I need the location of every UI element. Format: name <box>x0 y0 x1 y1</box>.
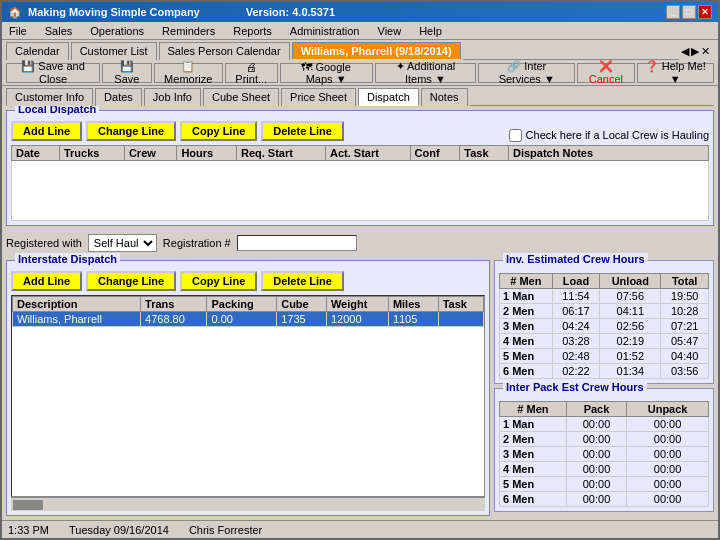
cell-total: 03:56 <box>661 364 709 379</box>
subtab-price-sheet[interactable]: Price Sheet <box>281 88 356 106</box>
menu-bar: File Sales Operations Reminders Reports … <box>2 22 718 40</box>
cell-men: 3 Men <box>500 319 553 334</box>
tab-williams-pharrell[interactable]: Williams, Pharrell (9/18/2014) <box>292 42 461 60</box>
nav-left-icon[interactable]: ◀ <box>681 45 689 58</box>
table-row: 1 Man 00:00 00:00 <box>500 417 709 432</box>
window-title: Making Moving Simple Company <box>28 6 200 18</box>
table-row[interactable]: Williams, Pharrell 4768.80 0.00 1735 120… <box>13 312 484 327</box>
google-maps-button[interactable]: 🗺 Google Maps ▼ <box>280 63 373 83</box>
toolbar: 💾 Save and Close 💾 Save 📋 Memorize 🖨 Pri… <box>2 60 718 86</box>
horizontal-scrollbar[interactable] <box>11 497 485 511</box>
menu-help[interactable]: Help <box>416 24 445 38</box>
bottom-section: Interstate Dispatch Add Line Change Line… <box>6 260 714 516</box>
registered-with-select[interactable]: Self Haul DOT Other <box>88 234 157 252</box>
local-crew-checkbox[interactable] <box>509 129 522 142</box>
registration-number-input[interactable] <box>237 235 357 251</box>
inv-crew-hours-table: # Men Load Unload Total 1 Man 11:54 07:5… <box>499 273 709 379</box>
local-crew-label: Check here if a Local Crew is Hauling <box>526 129 709 141</box>
minimize-button[interactable]: _ <box>666 5 680 19</box>
interstate-change-line-button[interactable]: Change Line <box>86 271 176 291</box>
interstate-col-cube: Cube <box>277 297 327 312</box>
tab-sales-person-calendar[interactable]: Sales Person Calendar <box>159 42 290 60</box>
local-dispatch-group: Local Dispatch Add Line Change Line Copy… <box>6 110 714 226</box>
status-user: Chris Forrester <box>189 524 262 536</box>
tab-calendar[interactable]: Calendar <box>6 42 69 60</box>
inv-crew-hours-title: Inv. Estimated Crew Hours <box>503 253 648 265</box>
additional-items-button[interactable]: ✦ Additional Items ▼ <box>375 63 477 83</box>
status-time: 1:33 PM <box>8 524 49 536</box>
local-dispatch-buttons: Add Line Change Line Copy Line Delete Li… <box>11 121 344 141</box>
cell-pack: 00:00 <box>566 477 626 492</box>
table-row: 3 Men 04:24 02:56 07:21 <box>500 319 709 334</box>
local-copy-line-button[interactable]: Copy Line <box>180 121 257 141</box>
inv-col-unload: Unload <box>600 274 661 289</box>
interstate-col-miles: Miles <box>388 297 438 312</box>
save-button[interactable]: 💾 Save <box>102 63 152 83</box>
inv-col-men: # Men <box>500 274 553 289</box>
main-content: Local Dispatch Add Line Change Line Copy… <box>2 106 718 520</box>
menu-administration[interactable]: Administration <box>287 24 363 38</box>
registered-with-label: Registered with <box>6 237 82 249</box>
close-button[interactable]: ✕ <box>698 5 712 19</box>
inter-pack-hours-title: Inter Pack Est Crew Hours <box>503 381 647 393</box>
nav-right-icon[interactable]: ▶ <box>691 45 699 58</box>
table-row: 5 Men 02:48 01:52 04:40 <box>500 349 709 364</box>
inv-col-total: Total <box>661 274 709 289</box>
local-change-line-button[interactable]: Change Line <box>86 121 176 141</box>
menu-reminders[interactable]: Reminders <box>159 24 218 38</box>
menu-view[interactable]: View <box>375 24 405 38</box>
interstate-table-wrap[interactable]: Description Trans Packing Cube Weight Mi… <box>11 295 485 497</box>
inter-services-button[interactable]: 🔗 Inter Services ▼ <box>478 63 575 83</box>
menu-reports[interactable]: Reports <box>230 24 275 38</box>
print-button[interactable]: 🖨 Print... <box>225 63 278 83</box>
table-row: 6 Men 02:22 01:34 03:56 <box>500 364 709 379</box>
tab-customer-list[interactable]: Customer List <box>71 42 157 60</box>
cell-load: 02:22 <box>552 364 600 379</box>
subtab-dispatch[interactable]: Dispatch <box>358 88 419 106</box>
col-crew: Crew <box>124 146 176 161</box>
subtab-notes[interactable]: Notes <box>421 88 468 106</box>
save-close-button[interactable]: 💾 Save and Close <box>6 63 100 83</box>
cell-total: 04:40 <box>661 349 709 364</box>
cell-unpack: 00:00 <box>627 462 709 477</box>
subtab-dates[interactable]: Dates <box>95 88 142 106</box>
pack-col-unpack: Unpack <box>627 402 709 417</box>
help-button[interactable]: ❓ Help Me! ▼ <box>637 63 714 83</box>
close-tab-icon[interactable]: ✕ <box>701 45 710 58</box>
local-add-line-button[interactable]: Add Line <box>11 121 82 141</box>
local-crew-checkbox-row: Check here if a Local Crew is Hauling <box>509 129 709 142</box>
cell-pack: 00:00 <box>566 432 626 447</box>
subtab-job-info[interactable]: Job Info <box>144 88 201 106</box>
cell-men: 2 Men <box>500 304 553 319</box>
cell-weight: 12000 <box>326 312 388 327</box>
title-bar: 🏠 Making Moving Simple Company Version: … <box>2 2 718 22</box>
cell-load: 02:48 <box>552 349 600 364</box>
interstate-copy-line-button[interactable]: Copy Line <box>180 271 257 291</box>
subtab-cube-sheet[interactable]: Cube Sheet <box>203 88 279 106</box>
maximize-button[interactable]: □ <box>682 5 696 19</box>
menu-operations[interactable]: Operations <box>87 24 147 38</box>
cell-men: 5 Men <box>500 349 553 364</box>
cancel-button[interactable]: ❌ Cancel <box>577 63 634 83</box>
col-trucks: Trucks <box>59 146 124 161</box>
registration-row: Registered with Self Haul DOT Other Regi… <box>6 234 714 252</box>
inter-pack-hours-panel: Inter Pack Est Crew Hours # Men Pack Unp… <box>494 388 714 512</box>
inv-crew-hours-panel: Inv. Estimated Crew Hours # Men Load Unl… <box>494 260 714 384</box>
menu-file[interactable]: File <box>6 24 30 38</box>
window-version: Version: 4.0.5371 <box>246 6 335 18</box>
col-hours: Hours <box>177 146 237 161</box>
cell-load: 03:28 <box>552 334 600 349</box>
top-tab-bar: Calendar Customer List Sales Person Cale… <box>2 40 718 60</box>
menu-sales[interactable]: Sales <box>42 24 76 38</box>
local-delete-line-button[interactable]: Delete Line <box>261 121 344 141</box>
main-window: 🏠 Making Moving Simple Company Version: … <box>0 0 720 540</box>
subtab-customer-info[interactable]: Customer Info <box>6 88 93 106</box>
interstate-dispatch-group: Interstate Dispatch Add Line Change Line… <box>6 260 490 516</box>
interstate-delete-line-button[interactable]: Delete Line <box>261 271 344 291</box>
cell-men: 1 Man <box>500 417 567 432</box>
interstate-add-line-button[interactable]: Add Line <box>11 271 82 291</box>
memorize-button[interactable]: 📋 Memorize <box>154 63 223 83</box>
cell-load: 11:54 <box>552 289 600 304</box>
inter-pack-hours-table: # Men Pack Unpack 1 Man 00:00 00:00 2 Me… <box>499 401 709 507</box>
cell-packing: 0.00 <box>207 312 277 327</box>
